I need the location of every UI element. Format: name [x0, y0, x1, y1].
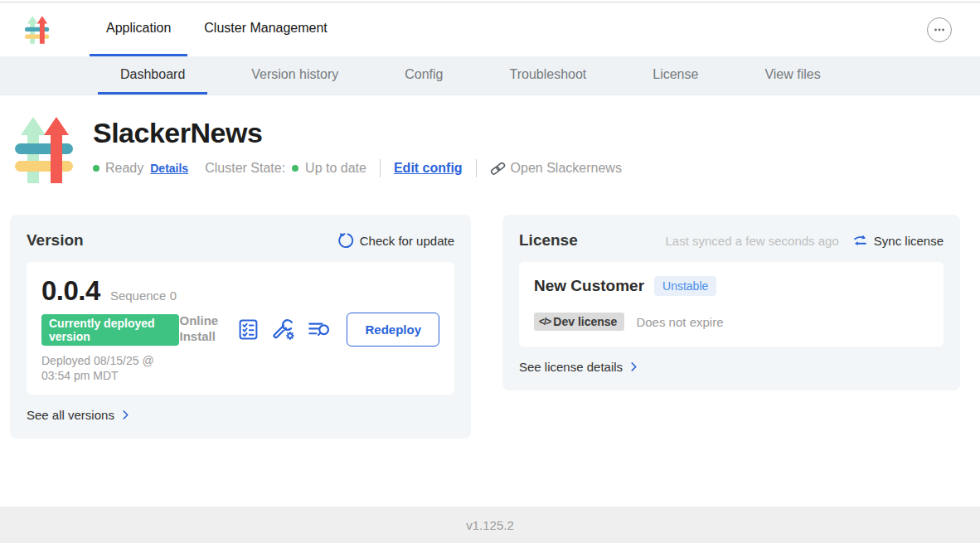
cluster-state-label: Cluster State: — [205, 161, 285, 176]
cluster-state-dot — [292, 165, 298, 172]
app-logo-icon — [15, 114, 75, 187]
log-search-icon — [308, 318, 331, 341]
check-for-update-label: Check for update — [360, 234, 454, 248]
deployed-badge: Currently deployed version — [41, 314, 179, 346]
view-logs-button[interactable] — [308, 318, 331, 341]
dashboard-main: SlackerNews Ready Details Cluster State:… — [0, 95, 980, 439]
subnav-tab-license[interactable]: License — [630, 56, 720, 95]
subnav-tab-version-history[interactable]: Version history — [229, 56, 361, 95]
app-subnav: Dashboard Version history Config Trouble… — [0, 56, 980, 95]
last-synced-text: Last synced a few seconds ago — [665, 234, 838, 248]
top-nav: Application Cluster Management — [0, 2, 980, 56]
license-card: License Last synced a few seconds ago Sy… — [502, 215, 960, 390]
subnav-tab-dashboard[interactable]: Dashboard — [98, 56, 207, 95]
chain-link-icon — [490, 161, 506, 177]
license-type-badge: </> Dev license — [534, 313, 624, 331]
sequence-label: Sequence 0 — [110, 288, 177, 303]
version-card-title: Version — [27, 231, 84, 250]
wrench-gear-icon — [273, 318, 295, 341]
subnav-tab-view-files[interactable]: View files — [742, 56, 842, 95]
see-license-details-label: See license details — [519, 360, 623, 374]
version-card: Version Check for update 0.0.4 Sequence — [10, 215, 471, 439]
tab-cluster-management-label: Cluster Management — [204, 21, 327, 36]
chevron-right-icon — [119, 409, 132, 421]
admin-console: Application Cluster Management Dashboard… — [0, 0, 980, 543]
code-icon: </> — [539, 316, 551, 327]
license-expiry: Does not expire — [636, 315, 723, 329]
app-header: SlackerNews Ready Details Cluster State:… — [0, 95, 980, 187]
status-details-link[interactable]: Details — [150, 162, 188, 175]
subnav-tab-label: Config — [405, 67, 443, 82]
edit-config-link[interactable]: Edit config — [394, 161, 463, 176]
more-menu-button[interactable] — [927, 17, 952, 42]
edit-config-button[interactable] — [272, 318, 295, 341]
license-type-label: Dev license — [553, 315, 617, 328]
sync-license-label: Sync license — [874, 234, 944, 248]
preflight-checks-button[interactable] — [236, 318, 260, 341]
check-for-update-link[interactable]: Check for update — [337, 232, 454, 249]
redeploy-button[interactable]: Redeploy — [347, 313, 439, 347]
ellipsis-icon — [932, 22, 947, 37]
tab-application[interactable]: Application — [90, 2, 187, 56]
open-app-link[interactable]: Open Slackernews — [490, 161, 622, 177]
version-number: 0.0.4 — [41, 275, 100, 307]
license-panel: New Customer Unstable </> Dev license Do… — [519, 262, 944, 347]
see-all-versions-link[interactable]: See all versions — [27, 408, 132, 422]
app-status-dot — [93, 165, 99, 172]
subnav-tab-label: View files — [764, 67, 820, 82]
refresh-icon — [337, 232, 354, 249]
channel-badge: Unstable — [654, 276, 716, 296]
preflight-checklist-icon — [237, 318, 260, 341]
console-version: v1.125.2 — [466, 518, 514, 532]
chevron-right-icon — [628, 361, 640, 373]
divider — [476, 159, 477, 177]
install-type-label: Online Install — [179, 313, 224, 345]
sync-arrows-icon — [852, 233, 868, 249]
customer-name: New Customer — [534, 277, 644, 295]
app-status-label: Ready — [105, 161, 143, 176]
tab-application-label: Application — [106, 21, 171, 36]
current-version-panel: 0.0.4 Sequence 0 Currently deployed vers… — [27, 262, 454, 395]
dashboard-cards: Version Check for update 0.0.4 Sequence — [0, 215, 980, 439]
see-all-versions-label: See all versions — [27, 408, 114, 422]
subnav-tab-troubleshoot[interactable]: Troubleshoot — [487, 56, 609, 95]
app-logo-small-icon — [25, 14, 50, 46]
footer: v1.125.2 — [0, 507, 980, 543]
page-title: SlackerNews — [93, 117, 622, 149]
subnav-tab-config[interactable]: Config — [382, 56, 465, 95]
subnav-tab-label: Troubleshoot — [509, 67, 586, 82]
see-license-details-link[interactable]: See license details — [519, 360, 640, 374]
sync-license-link[interactable]: Sync license — [852, 233, 944, 249]
subnav-tab-label: Dashboard — [120, 67, 185, 82]
tab-cluster-management[interactable]: Cluster Management — [187, 2, 344, 56]
deployed-timestamp: Deployed 08/15/25 @ 03:54 pm MDT — [41, 353, 179, 383]
status-row: Ready Details Cluster State: Up to date … — [93, 159, 622, 177]
top-tabs: Application Cluster Management — [90, 2, 344, 56]
divider — [380, 159, 381, 177]
license-card-title: License — [519, 231, 578, 250]
open-app-link-label: Open Slackernews — [511, 161, 622, 176]
subnav-tab-label: License — [653, 67, 698, 82]
subnav-tab-label: Version history — [251, 67, 338, 82]
cluster-state-value: Up to date — [305, 161, 366, 176]
